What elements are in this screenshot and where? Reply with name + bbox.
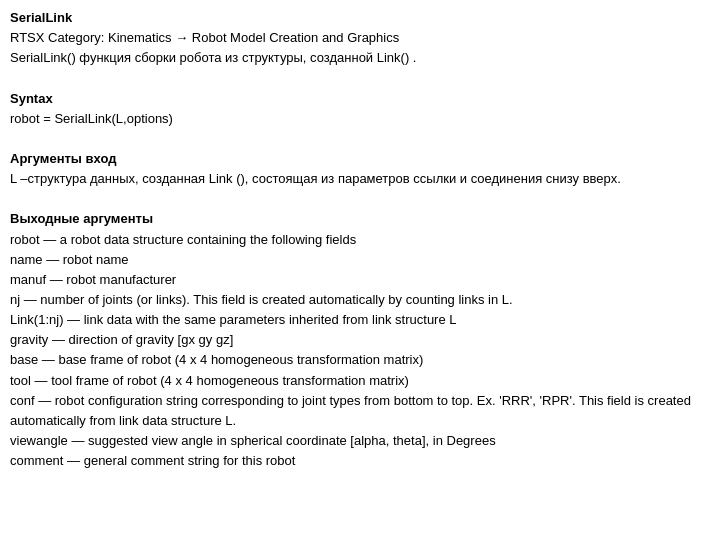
field-item: nj — number of joints (or links). This f… — [10, 290, 710, 310]
syntax-heading: Syntax — [10, 89, 710, 109]
field-item: base — base frame of robot (4 x 4 homoge… — [10, 350, 710, 370]
field-item: robot — a robot data structure containin… — [10, 230, 710, 250]
args-in-text: L –структура данных, созданная Link (), … — [10, 169, 710, 189]
field-item: comment — general comment string for thi… — [10, 451, 710, 471]
field-item: viewangle — suggested view angle in sphe… — [10, 431, 710, 451]
field-item: name — robot name — [10, 250, 710, 270]
field-item: tool — tool frame of robot (4 x 4 homoge… — [10, 371, 710, 391]
field-item: gravity — direction of gravity [gx gy gz… — [10, 330, 710, 350]
rtsx-line: RTSX Category: Kinematics → Robot Model … — [10, 28, 710, 48]
field-item: manuf — robot manufacturer — [10, 270, 710, 290]
field-item: conf — robot configuration string corres… — [10, 391, 710, 431]
field-item: Link(1:nj) — link data with the same par… — [10, 310, 710, 330]
args-in-heading: Аргументы вход — [10, 149, 710, 169]
fields-list: robot — a robot data structure containin… — [10, 230, 710, 472]
main-content: SerialLink RTSX Category: Kinematics → R… — [10, 8, 710, 471]
title: SerialLink — [10, 8, 710, 28]
description: SerialLink() функция сборки робота из ст… — [10, 48, 710, 68]
syntax-code: robot = SerialLink(L,options) — [10, 109, 710, 129]
args-out-heading: Выходные аргументы — [10, 209, 710, 229]
